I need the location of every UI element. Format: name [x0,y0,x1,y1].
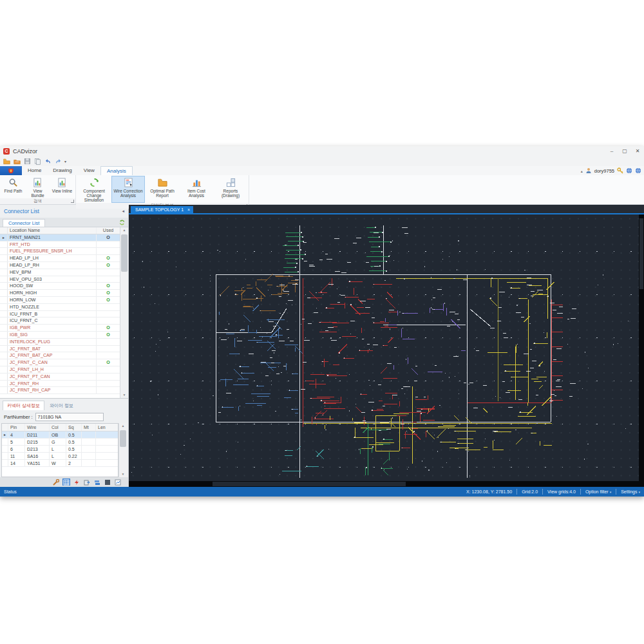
undo-icon[interactable] [44,158,52,165]
scroll-up-icon[interactable]: ▲ [123,227,126,233]
scrollbar-thumb[interactable] [120,430,126,447]
part-number-field[interactable]: 71018G NA [35,413,104,421]
connector-row[interactable]: JC_FRNT_LH_H [0,366,120,374]
grid-setting[interactable]: Grid:2.0 [522,489,538,494]
pin-row[interactable]: 5D215G0.5 [2,439,118,446]
key-icon[interactable] [617,167,623,174]
minimize-button[interactable]: – [605,147,618,156]
export-icon[interactable] [83,478,91,486]
save-icon[interactable] [23,158,31,165]
connector-row[interactable]: JC_FRNT_RH [0,381,120,388]
connector-row[interactable]: HEAD_LP_RHO [0,262,120,269]
pin-column-col[interactable]: Col [50,424,66,431]
pin-column-pin[interactable]: Pin [8,424,25,431]
ribbon-button-component-change-simulation[interactable]: Component Change Simulation [77,176,111,203]
pin-table-scrollbar[interactable]: ▲ ▼ [118,423,127,477]
connector-row[interactable]: IGB_PWRO [0,325,120,332]
connector-row[interactable]: ICU_FRNT_C [0,317,120,325]
scroll-up-icon[interactable]: ▲ [122,423,125,429]
panel-collapse-icon[interactable]: ◂ [122,209,124,214]
copy-icon[interactable] [33,158,41,165]
pin-row[interactable]: 14YA151W2 [2,460,118,467]
refresh-icon[interactable] [119,220,125,227]
tab-details[interactable]: 와이어 정보 [46,401,77,410]
panel-icon[interactable] [104,478,111,486]
folder-open-icon[interactable] [13,158,21,165]
connector-row[interactable]: HTD_NOZZLE [0,304,120,311]
scroll-down-icon[interactable]: ▼ [122,471,125,477]
title-bar[interactable]: C CADvizor – ▢ ✕ [0,146,644,156]
pin-row[interactable]: 11SA16L0.22 [2,453,118,460]
connector-list-scrollbar[interactable]: ▲ ▼ [120,227,128,398]
pin-column-len[interactable]: Len [96,424,118,431]
ribbon-button-view-inline[interactable]: View Inline [50,176,74,198]
zap-icon[interactable] [73,478,80,486]
connector-row[interactable]: FRT_HTD [0,242,120,249]
pin-column-sq[interactable]: Sq [66,424,82,431]
connector-row[interactable]: IGB_SIGO [0,332,120,339]
tab-drawing[interactable]: Drawing [47,166,77,175]
globe-icon[interactable] [635,167,641,174]
option-filter-menu[interactable]: Option filter▾ [585,489,611,494]
canvas-vertical-scrollbar[interactable] [639,214,644,481]
redo-icon[interactable] [54,158,62,165]
pin-row[interactable]: ▸4D211OB0.5 [2,431,118,439]
tab-close-icon[interactable]: × [187,207,190,212]
connector-row[interactable]: JC_FRNT_BAT_CAP [0,352,120,359]
ribbon-collapse-icon[interactable]: ▴ [581,169,583,173]
dialog-launcher-icon[interactable] [71,200,74,203]
layers-icon[interactable] [93,478,101,486]
app-menu-button[interactable] [0,166,22,175]
connector-row[interactable]: HORN_LOWO [0,297,120,304]
connector-row[interactable]: ICU_FRNT_B [0,311,120,318]
scrollbar-thumb[interactable] [213,482,406,486]
connector-table-header[interactable]: Location Name Used [0,227,120,234]
close-button[interactable]: ✕ [631,147,644,156]
column-used[interactable]: Used [97,227,120,234]
connector-row[interactable]: FUEL_PRESSURE_SNSR_LH [0,248,120,255]
connector-row[interactable]: ▸FRNT_MAIN21O [0,234,120,242]
pin-table-header[interactable]: PinWireColSqMtLen [2,424,118,431]
tab-details[interactable]: 커넥터 상세정보 [3,401,44,410]
connector-row[interactable]: JC_FRNT_BAT [0,346,120,353]
connector-row[interactable]: HEAD_LP_LHO [0,255,120,262]
canvas-horizontal-scrollbar[interactable] [129,481,644,487]
connector-row[interactable]: HOOD_SWO [0,283,120,290]
tab-analysis[interactable]: Analysis [100,166,133,175]
restore-button[interactable]: ▢ [618,147,631,156]
ribbon-button-item-cost-analysis[interactable]: Item Cost Analysis [180,176,213,203]
scrollbar-thumb[interactable] [639,218,643,289]
pin-row[interactable]: 6D213L0.5 [2,446,118,453]
connector-row[interactable]: HORN_HIGHO [0,290,120,297]
column-location-name[interactable]: Location Name [8,227,97,234]
connector-row[interactable]: HEV_OPU_S03 [0,276,120,283]
folder-icon[interactable] [3,158,10,165]
connector-row[interactable]: JC_FRNT_RH_CAP [0,387,120,394]
connector-row[interactable]: JC_FRNT_C_CANO [0,359,120,366]
settings-menu[interactable]: Settings▾ [621,489,640,494]
ribbon-button-view-bundle[interactable]: View Bundle [26,176,50,198]
ribbon-button-find-path[interactable]: Find Path [1,176,25,198]
wrench-icon[interactable] [52,478,60,486]
user-name[interactable]: dory9755 [594,168,614,174]
scrollbar-thumb[interactable] [121,234,128,272]
ribbon-button-wire-correction-analysis[interactable]: Wire Correction Analysis [111,176,145,203]
globe-icon[interactable] [626,167,632,174]
ribbon-button-optimal-path-report[interactable]: Optimal Path Report [146,176,179,203]
quick-access-dropdown-icon[interactable]: ▾ [64,159,66,164]
pin-column-wire[interactable]: Wire [25,424,50,431]
tab-home[interactable]: Home [22,166,47,175]
tab-sample-topology-1[interactable]: SAMPLE TOPOLOGY 1 × [131,206,193,213]
view-grid-setting[interactable]: View grids:4.0 [547,489,576,494]
ribbon-button-reports-drawing[interactable]: Reports (Drawing) [214,176,247,203]
pin-column-mt[interactable]: Mt [82,424,96,431]
tab-view[interactable]: View [78,166,100,175]
tab-connector-list[interactable]: Connector List [3,219,45,227]
connector-row[interactable]: INTERLOCK_PLUG [0,339,120,346]
stats-icon[interactable] [114,478,122,486]
topology-canvas[interactable] [129,214,639,481]
scroll-down-icon[interactable]: ▼ [123,392,126,398]
connector-row[interactable]: JC_FRNT_PT_CAN [0,374,120,381]
connector-row[interactable]: HEV_BPM [0,269,120,276]
table-icon[interactable] [62,478,70,486]
